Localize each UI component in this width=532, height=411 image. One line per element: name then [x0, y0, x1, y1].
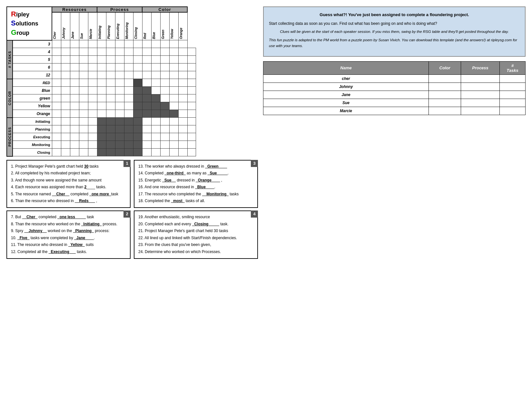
cell-empty: [169, 141, 178, 149]
tasks-label-cell: # Tasks: [7, 40, 13, 79]
clue-section-top: 1 1. Project Manager Pete's gantt chart …: [6, 160, 258, 208]
cell-dark: [133, 149, 142, 156]
cell-dark: [97, 125, 106, 133]
col-executing: Executing: [115, 13, 120, 40]
cell-empty: [142, 133, 151, 141]
clue-number-1: 1: [123, 160, 131, 167]
cell-empty: [61, 149, 70, 156]
col-blue: Blue: [152, 13, 156, 40]
cell-empty: [124, 110, 133, 118]
cell-empty: [97, 79, 106, 87]
cell-empty: [79, 48, 88, 56]
cell-empty: [70, 56, 79, 64]
cell-empty: [187, 64, 196, 71]
cell-empty: [52, 141, 61, 149]
cell-empty: [88, 79, 97, 87]
cell-empty: [160, 79, 169, 87]
cell-empty: [61, 64, 70, 71]
cell-empty: [151, 48, 160, 56]
cell-empty: [187, 56, 196, 64]
cell-empty: [61, 87, 70, 94]
cell-empty: [187, 149, 196, 156]
cell-empty: [97, 94, 106, 102]
cell-empty: [124, 40, 133, 48]
cell-empty: [70, 141, 79, 149]
row-initiating: Initiating: [13, 118, 52, 125]
cell-dark: [151, 94, 160, 102]
cell-empty: [52, 125, 61, 133]
cell-empty: [169, 87, 178, 94]
clue-2-5: 11. The resource who dressed in _Yellow_…: [11, 241, 126, 249]
cell-empty: [142, 118, 151, 125]
row-12: 12: [13, 71, 52, 79]
cell-empty: [88, 125, 97, 133]
answer-color-cher: [429, 74, 461, 83]
cell-empty: [70, 48, 79, 56]
clue-box-3: 3 13. The worker who always dressed in _…: [134, 160, 258, 208]
cell-dark: [142, 102, 151, 110]
cell-empty: [97, 102, 106, 110]
row-executing: Executing: [13, 133, 52, 141]
clue-3-5: 17. The resource who completed the __Mon…: [138, 191, 253, 198]
cell-empty: [70, 64, 79, 71]
cell-dark: [142, 110, 151, 118]
clue-section-bottom: 2 7. But __Cher_ completed _one less____…: [6, 210, 258, 259]
cell-empty: [160, 133, 169, 141]
cell-empty: [133, 64, 142, 71]
clue-1-5: 5. The resource named __Cher__ completed…: [11, 191, 126, 198]
cell-empty: [97, 56, 106, 64]
cell-empty: [115, 48, 124, 56]
cell-empty: [151, 64, 160, 71]
cell-empty: [178, 71, 187, 79]
cell-empty: [115, 56, 124, 64]
clue-4-3: 21. Project Manager Pete's gantt chart h…: [138, 228, 253, 235]
cell-empty: [88, 118, 97, 125]
cell-empty: [88, 133, 97, 141]
cell-empty: [142, 40, 151, 48]
cell-empty: [124, 79, 133, 87]
cell-empty: [115, 110, 124, 118]
cell-empty: [79, 87, 88, 94]
color-section-label: Color: [7, 90, 12, 107]
cell-empty: [115, 40, 124, 48]
cell-empty: [187, 94, 196, 102]
answer-color-sue: [429, 99, 461, 107]
cell-empty: [88, 40, 97, 48]
cell-empty: [169, 56, 178, 64]
cell-empty: [70, 149, 79, 156]
cell-empty: [124, 64, 133, 71]
cell-empty: [52, 87, 61, 94]
info-para3: This fun puzzle is adapted to the PM wor…: [269, 37, 520, 49]
answer-col-name: Name: [263, 61, 429, 74]
row-6: 6: [13, 64, 52, 71]
process-label-cell: Process: [7, 118, 13, 156]
cell-empty: [133, 48, 142, 56]
cell-empty: [79, 40, 88, 48]
cell-empty: [178, 118, 187, 125]
clue-4-2: 20. Completed each and every _Closing___…: [138, 221, 253, 228]
cell-dark: [115, 149, 124, 156]
clue-3-2: 14. Completed _one-third_ as many as _Su…: [138, 170, 253, 177]
cell-empty: [52, 94, 61, 102]
cell-empty: [142, 56, 151, 64]
answer-tasks-marcie: [500, 107, 526, 115]
cell-empty: [79, 56, 88, 64]
cell-dark: [124, 141, 133, 149]
cell-dark: [106, 125, 115, 133]
cell-empty: [142, 48, 151, 56]
cell-empty: [187, 79, 196, 87]
answer-color-marcie: [429, 107, 461, 115]
right-section: Guess what?! You've just been assigned t…: [263, 6, 526, 259]
cell-dark: [133, 79, 142, 87]
cell-empty: [115, 64, 124, 71]
col-closing: Closing: [133, 13, 138, 40]
cell-empty: [115, 87, 124, 94]
cell-dark: [97, 118, 106, 125]
cell-empty: [160, 71, 169, 79]
cell-empty: [106, 40, 115, 48]
cell-empty: [115, 94, 124, 102]
info-title: Guess what?! You've just been assigned t…: [269, 12, 520, 18]
cell-empty: [52, 56, 61, 64]
cell-empty: [169, 118, 178, 125]
cell-dark: [133, 133, 142, 141]
